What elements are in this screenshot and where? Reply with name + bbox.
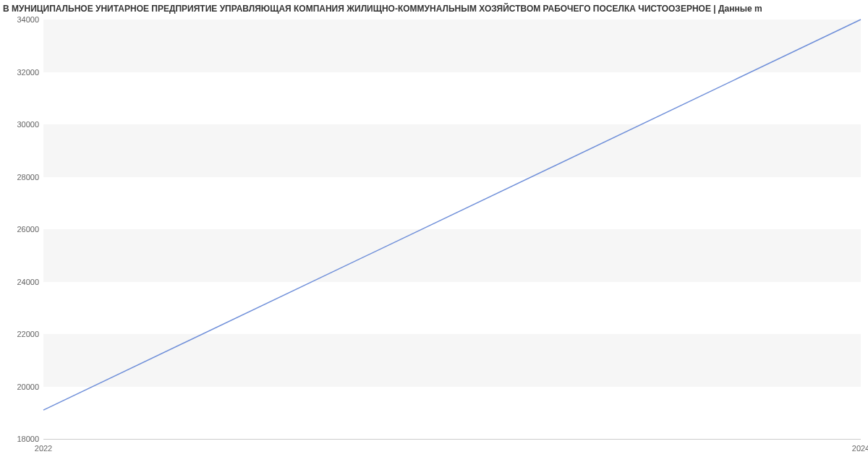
plot-region xyxy=(43,20,861,439)
chart-title: В МУНИЦИПАЛЬНОЕ УНИТАРНОЕ ПРЕДПРИЯТИЕ УП… xyxy=(0,0,868,14)
y-tick-label: 28000 xyxy=(17,173,39,181)
y-tick-label: 22000 xyxy=(17,330,39,338)
x-axis-line xyxy=(43,439,861,440)
y-tick-label: 20000 xyxy=(17,383,39,391)
y-tick-label: 18000 xyxy=(17,435,39,443)
y-tick-label: 24000 xyxy=(17,278,39,286)
y-tick-label: 26000 xyxy=(17,225,39,234)
data-line xyxy=(43,20,861,410)
chart-area: 1800020000220002400026000280003000032000… xyxy=(0,16,868,464)
y-tick-label: 30000 xyxy=(17,120,39,129)
x-tick-label: 2022 xyxy=(35,444,52,453)
y-tick-label: 32000 xyxy=(17,68,39,77)
line-series xyxy=(43,20,861,439)
y-tick-label: 34000 xyxy=(17,15,39,24)
x-tick-label: 2024 xyxy=(852,444,868,453)
